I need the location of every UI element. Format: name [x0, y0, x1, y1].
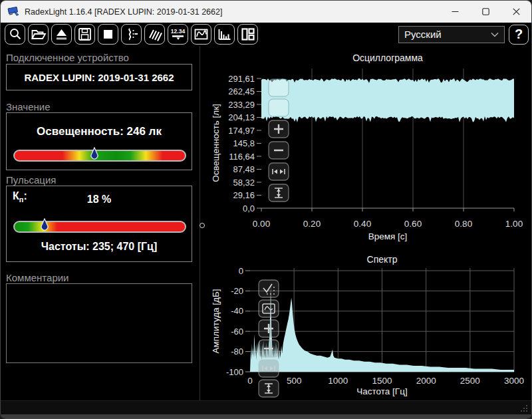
- pulsation-frequencies: Частоты: 235; 470 [Гц]: [7, 241, 192, 253]
- zoom-out-overlay-button[interactable]: [259, 340, 279, 357]
- x-tick-label: 0.00: [253, 219, 270, 229]
- x-tick-label: 3000: [504, 376, 524, 386]
- device-box: RADEX LUPIN: 2019-01-31 2662: [6, 64, 192, 90]
- device-section-header: Подключенное устройство: [6, 52, 129, 63]
- y-tick-label: 58,32: [233, 178, 255, 188]
- zoom-in-overlay-button[interactable]: [259, 320, 279, 337]
- oscillogram-title: Осциллограмма: [352, 53, 423, 63]
- autoscale-overlay-button[interactable]: [259, 280, 279, 297]
- eject-icon: [53, 26, 70, 43]
- fit-vertical-overlay-button[interactable]: [269, 184, 289, 202]
- minimize-button[interactable]: [440, 1, 470, 23]
- record-trace-button[interactable]: [121, 24, 142, 45]
- oscillogram-xlabel: Время [с]: [368, 231, 408, 241]
- y-tick-label: 291,61: [228, 74, 255, 84]
- y-tick-label: 0,0: [243, 204, 255, 213]
- x-tick-label: 1.00: [505, 219, 523, 229]
- illuminance-gradient: [13, 150, 186, 162]
- title-bar: RadexLight 1.16.4 [RADEX LUPIN: 2019-01-…: [1, 1, 531, 23]
- app-window: RadexLight 1.16.4 [RADEX LUPIN: 2019-01-…: [0, 0, 532, 419]
- sweep-button[interactable]: [144, 24, 165, 45]
- y-tick-label: 204,13: [228, 112, 255, 122]
- maximize-button[interactable]: [470, 1, 501, 23]
- stop-measurement-button[interactable]: [98, 24, 118, 45]
- zoom-in-overlay-button[interactable]: [269, 120, 289, 138]
- chevron-down-icon: [491, 30, 499, 39]
- fit-horizontal-overlay-button[interactable]: [259, 360, 279, 377]
- open-folder-icon: [30, 26, 47, 43]
- x-tick-label: 2000: [416, 376, 436, 386]
- save-file-button[interactable]: [74, 24, 95, 45]
- oscillogram-ylabel: Освещенность [лк]: [211, 104, 221, 182]
- oscillogram-chart[interactable]: 291,61262,45233,29204,13174,97145,8116,6…: [208, 46, 532, 245]
- hatch-lines-icon: [146, 26, 163, 43]
- y-tick-label: -60: [231, 327, 243, 337]
- language-selected-value: Русский: [404, 29, 442, 40]
- zoom-tool-button[interactable]: [5, 24, 25, 45]
- open-file-button[interactable]: [28, 24, 49, 45]
- magnifier-icon: [7, 26, 23, 43]
- comments-input[interactable]: [7, 284, 192, 362]
- app-logo-icon: [7, 6, 20, 18]
- oscillogram-waveform: [261, 78, 514, 122]
- oscillogram-icon: [193, 26, 209, 43]
- illuminance-reading: Освещенность: 246 лк: [7, 125, 192, 138]
- pulsation-marker-icon: [41, 218, 49, 233]
- y-tick-label: -80: [231, 347, 243, 356]
- y-tick-label: 29,16: [233, 190, 255, 200]
- client-area: Подключенное устройство RADEX LUPIN: 201…: [1, 46, 531, 400]
- pulsation-scale-bar: [13, 221, 186, 233]
- x-tick-label: 2500: [460, 376, 480, 386]
- x-tick-label: 1500: [372, 376, 392, 386]
- y-tick-label: -100: [226, 367, 243, 377]
- digital-value-icon: 12.34: [170, 26, 186, 43]
- digital-display-button[interactable]: 12.34: [168, 24, 188, 45]
- trace-icon: [123, 26, 140, 43]
- spectrum-bars-icon: [216, 26, 233, 43]
- x-tick-label: 0.60: [404, 219, 422, 229]
- fit-horizontal-overlay-button[interactable]: [269, 163, 289, 180]
- value-box: Освещенность: 246 лк: [6, 112, 192, 170]
- pulsation-gradient: [13, 221, 186, 233]
- oscillogram-view-button[interactable]: [191, 24, 211, 45]
- pulsation-reading: 18 %: [7, 194, 192, 206]
- spectrum-chart[interactable]: 0-20-40-60-80-10005001000150020002500300…: [208, 245, 532, 400]
- eject-device-button[interactable]: [51, 24, 72, 45]
- x-tick-label: 0: [247, 376, 253, 386]
- fit-vertical-overlay-button[interactable]: [259, 380, 279, 397]
- y-tick-label: 87,48: [233, 164, 255, 174]
- vertical-splitter-handle[interactable]: [200, 223, 205, 228]
- window-title: RadexLight 1.16.4 [RADEX LUPIN: 2019-01-…: [25, 7, 222, 17]
- x-tick-label: 0.40: [354, 219, 371, 229]
- status-bar: [1, 400, 531, 414]
- comments-section-header: Комментарии: [6, 272, 68, 283]
- y-tick-label: -20: [231, 286, 243, 296]
- comments-box: [6, 283, 192, 363]
- panels-layout-icon: [239, 26, 256, 43]
- fit-curve-overlay-button-ghost[interactable]: [269, 99, 289, 116]
- digital-icon-label: 12.34: [171, 28, 186, 35]
- spectrum-view-button[interactable]: [214, 24, 235, 45]
- y-tick-label: 262,45: [228, 86, 255, 96]
- y-tick-label: 0: [239, 266, 243, 276]
- layout-view-button[interactable]: [237, 24, 258, 45]
- spectrum-title: Спектр: [367, 254, 398, 265]
- language-select[interactable]: Русский: [398, 26, 505, 43]
- autoscale-overlay-button-ghost[interactable]: [269, 79, 289, 96]
- pulsation-box: Кп: 18 % Частоты: 235; 470 [Гц]: [6, 186, 192, 262]
- help-button[interactable]: ?: [509, 25, 529, 45]
- y-tick-label: 174,97: [228, 126, 255, 136]
- fit-curve-overlay-button[interactable]: [259, 300, 279, 317]
- zoom-out-overlay-button[interactable]: [269, 142, 289, 159]
- spectrum-xlabel: Частота [Гц]: [356, 386, 407, 396]
- floppy-save-icon: [76, 26, 93, 43]
- help-label: ?: [515, 27, 523, 42]
- y-tick-label: 116,64: [229, 152, 255, 162]
- illuminance-scale-bar: [13, 150, 186, 162]
- close-button[interactable]: [501, 1, 531, 23]
- resize-grip-icon[interactable]: [519, 404, 528, 412]
- x-tick-label: 500: [287, 376, 302, 386]
- y-tick-label: 233,29: [228, 100, 255, 110]
- device-name: RADEX LUPIN: 2019-01-31 2662: [24, 72, 174, 83]
- toolbar: 12.34: [1, 23, 531, 46]
